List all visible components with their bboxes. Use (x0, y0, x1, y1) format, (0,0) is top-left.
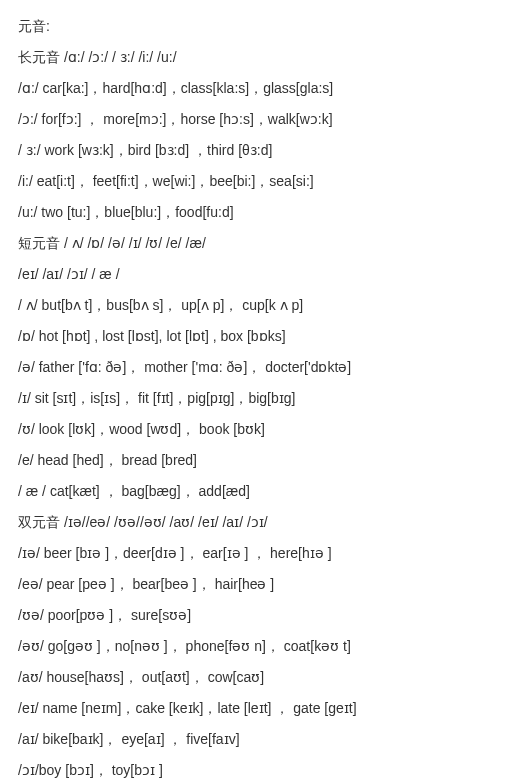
text-line: / ɜ:/ work [wɜ:k]，bird [bɜ:d] ，third [θɜ… (18, 140, 501, 161)
text-line: /e/ head [hed]， bread [bred] (18, 450, 501, 471)
text-line: / æ / cat[kæt] ， bag[bæg]， add[æd] (18, 481, 501, 502)
text-line: /əʊ/ go[gəʊ ]，no[nəʊ ]， phone[fəʊ n]， co… (18, 636, 501, 657)
text-line: /aɪ/ bike[baɪk]， eye[aɪ] ， five[faɪv] (18, 729, 501, 750)
text-line: /ɑ:/ car[ka:]，hard[hɑ:d]，class[kla:s]，gl… (18, 78, 501, 99)
text-line: /i:/ eat[i:t]， feet[fi:t]，we[wi:]，bee[bi… (18, 171, 501, 192)
text-line: /ɪ/ sit [sɪt]，is[ɪs]， fit [fɪt]，pig[pɪg]… (18, 388, 501, 409)
text-line: /ʊ/ look [lʊk]，wood [wʊd]， book [bʊk] (18, 419, 501, 440)
text-line: /aʊ/ house[haʊs]， out[aʊt]， cow[caʊ] (18, 667, 501, 688)
document-body: 元音:长元音 /ɑ:/ /ɔ:/ / ɜ:/ /i:/ /u://ɑ:/ car… (18, 16, 501, 781)
text-line: /u:/ two [tu:]，blue[blu:]，food[fu:d] (18, 202, 501, 223)
text-line: /ɒ/ hot [hɒt] , lost [lɒst], lot [lɒt] ,… (18, 326, 501, 347)
text-line: /ɔ:/ for[fɔ:] ， more[mɔ:]，horse [hɔ:s]，w… (18, 109, 501, 130)
text-line: /eə/ pear [peə ]， bear[beə ]， hair[heə ] (18, 574, 501, 595)
text-line: / ʌ/ but[bʌ t]，bus[bʌ s]， up[ʌ p]， cup[k… (18, 295, 501, 316)
text-line: 元音: (18, 16, 501, 37)
text-line: /ɪə/ beer [bɪə ]，deer[dɪə ]， ear[ɪə ] ， … (18, 543, 501, 564)
text-line: /eɪ/ name [neɪm]，cake [keɪk]，late [leɪt]… (18, 698, 501, 719)
text-line: 长元音 /ɑ:/ /ɔ:/ / ɜ:/ /i:/ /u:/ (18, 47, 501, 68)
text-line: /eɪ/ /aɪ/ /ɔɪ/ / æ / (18, 264, 501, 285)
text-line: 双元音 /ɪə//eə/ /ʊə//əʊ/ /aʊ/ /eɪ/ /aɪ/ /ɔɪ… (18, 512, 501, 533)
text-line: /ʊə/ poor[pʊə ]， sure[sʊə] (18, 605, 501, 626)
text-line: 短元音 / ʌ/ /ɒ/ /ə/ /ɪ/ /ʊ/ /e/ /æ/ (18, 233, 501, 254)
text-line: /ɔɪ/boy [bɔɪ]， toy[bɔɪ ] (18, 760, 501, 781)
text-line: /ə/ father ['fɑ: ðə]， mother ['mɑ: ðə]， … (18, 357, 501, 378)
